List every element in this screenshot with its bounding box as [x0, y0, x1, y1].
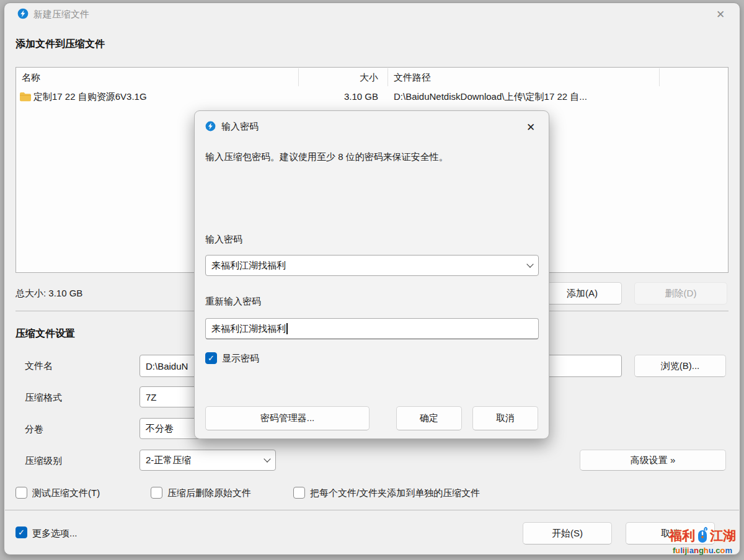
- more-options-checkbox[interactable]: ✓: [16, 527, 27, 538]
- delete-button: 删除(D): [634, 282, 727, 304]
- separate-archives-checkbox[interactable]: ✓: [293, 487, 305, 499]
- dialog-title: 输入密码: [221, 121, 259, 133]
- window-title: 新建压缩文件: [33, 9, 89, 20]
- watermark-right-text: 江湖: [710, 527, 736, 544]
- show-password-label[interactable]: 显示密码: [222, 353, 259, 365]
- password-manager-button[interactable]: 密码管理器...: [205, 406, 370, 430]
- filename-value: D:\BaiduN: [146, 361, 188, 371]
- ok-button[interactable]: 确定: [396, 406, 462, 430]
- password-combobox[interactable]: 来福利江湖找福利: [205, 255, 539, 276]
- column-separator[interactable]: [659, 68, 660, 86]
- add-files-heading: 添加文件到压缩文件: [16, 38, 105, 51]
- format-value: 7Z: [146, 392, 157, 402]
- add-button[interactable]: 添加(A): [542, 282, 622, 304]
- browse-button[interactable]: 浏览(B)...: [634, 355, 726, 377]
- mouse-icon: [696, 525, 709, 546]
- level-label: 压缩级别: [25, 455, 62, 467]
- watermark-logo: 福利 江湖 fulijianghu.com: [662, 525, 743, 555]
- confirm-password-value: 来福利江湖找福利: [211, 323, 286, 335]
- dialog-app-icon: [205, 121, 216, 131]
- footer-divider: [5, 510, 739, 510]
- text-caret: [286, 323, 288, 334]
- app-icon: [17, 8, 29, 19]
- confirm-password-label: 重新输入密码: [205, 296, 261, 308]
- file-row-size[interactable]: 3.10 GB: [285, 91, 378, 102]
- file-row-name[interactable]: 定制17 22 自购资源6V3.1G: [33, 91, 147, 103]
- password-value: 来福利江湖找福利: [211, 260, 286, 272]
- confirm-password-input[interactable]: 来福利江湖找福利: [205, 318, 539, 339]
- volume-value: 不分卷: [146, 423, 174, 435]
- format-label: 压缩格式: [25, 392, 62, 404]
- start-button[interactable]: 开始(S): [523, 522, 612, 544]
- delete-after-label[interactable]: 压缩后删除原始文件: [167, 487, 251, 499]
- level-value: 2-正常压缩: [146, 455, 191, 466]
- separate-archives-label[interactable]: 把每个文件/文件夹添加到单独的压缩文件: [310, 487, 480, 499]
- column-header-size[interactable]: 大小: [285, 72, 378, 84]
- more-options-label[interactable]: 更多选项...: [32, 528, 78, 540]
- password-label: 输入密码: [205, 234, 242, 246]
- folder-icon: [19, 92, 31, 104]
- column-header-name[interactable]: 名称: [22, 72, 40, 84]
- window-close-icon[interactable]: ✕: [708, 5, 733, 24]
- filename-label: 文件名: [25, 360, 53, 372]
- dialog-close-icon[interactable]: ✕: [518, 118, 543, 136]
- file-row-path[interactable]: D:\BaiduNetdiskDownload\上传\定制17 22 自...: [394, 91, 587, 103]
- chevron-down-icon: [526, 260, 533, 267]
- dialog-instruction: 输入压缩包密码。建议使用至少 8 位的密码来保证安全性。: [205, 151, 540, 163]
- watermark-left-text: 福利: [669, 527, 695, 544]
- watermark-url: fulijianghu.com: [662, 546, 743, 555]
- delete-after-checkbox[interactable]: ✓: [151, 487, 162, 499]
- column-separator[interactable]: [388, 68, 388, 86]
- test-archive-checkbox[interactable]: ✓: [16, 487, 27, 499]
- archive-settings-heading: 压缩文件设置: [16, 327, 75, 340]
- advanced-settings-button[interactable]: 高级设置 »: [580, 450, 726, 471]
- test-archive-label[interactable]: 测试压缩文件(T): [32, 487, 100, 499]
- dialog-cancel-button[interactable]: 取消: [472, 406, 538, 430]
- column-header-path[interactable]: 文件路径: [394, 72, 431, 84]
- chevron-down-icon: [264, 455, 270, 462]
- password-dialog: 输入密码 ✕ 输入压缩包密码。建议使用至少 8 位的密码来保证安全性。 输入密码…: [194, 110, 549, 439]
- volume-label: 分卷: [25, 424, 43, 435]
- show-password-checkbox[interactable]: ✓: [205, 352, 217, 364]
- screen: 新建压缩文件 ✕ 添加文件到压缩文件 名称 大小 文件路径 定制17 22 自购…: [0, 0, 744, 560]
- total-size-label: 总大小: 3.10 GB: [16, 288, 82, 300]
- level-combobox[interactable]: 2-正常压缩: [140, 450, 276, 471]
- column-separator[interactable]: [298, 68, 299, 86]
